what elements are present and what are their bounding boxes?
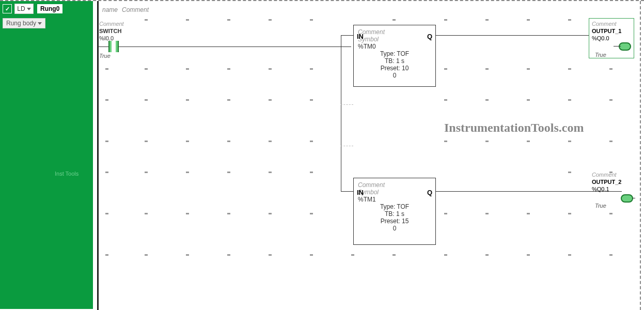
coil2-address: %Q0.1 (592, 186, 609, 192)
wire (436, 35, 615, 36)
sidebar: ✓ LD Rung0 Rung body Inst Tools (0, 1, 93, 309)
coil2-name: OUTPUT_2 (592, 179, 621, 185)
coil-output2[interactable] (621, 194, 633, 203)
timer-preset: Preset: 15 (358, 218, 431, 225)
wire (614, 46, 621, 47)
timer-in-label: IN (357, 189, 364, 196)
column-header-name: name (102, 6, 118, 13)
caret-down-icon (38, 22, 42, 25)
left-power-rail (97, 1, 99, 310)
coil1-address: %Q0.0 (592, 35, 609, 41)
contact-address: %I0.0 (99, 35, 114, 41)
coil2-state: True (595, 203, 606, 209)
contact-state: True (99, 53, 111, 59)
right-dashed-edge (640, 1, 641, 310)
rung-body-dropdown[interactable]: Rung body (3, 18, 45, 28)
timer-in-label: IN (357, 33, 364, 40)
wire-dashed (341, 146, 353, 146)
timer-comment: Comment (358, 28, 431, 36)
language-dropdown[interactable]: LD (14, 4, 33, 14)
wire (341, 35, 353, 36)
timer-q-label: Q (427, 33, 432, 40)
contact-comment: Comment (99, 21, 124, 27)
wire (341, 191, 353, 192)
wire (341, 47, 341, 191)
wire (341, 35, 341, 47)
contact-name: SWITCH (99, 28, 121, 34)
coil-output1[interactable] (619, 42, 631, 51)
timer-q-label: Q (427, 189, 432, 196)
coil1-state: True (595, 52, 606, 58)
timer-comment: Comment (358, 181, 431, 189)
column-header-comment: Comment (122, 6, 149, 13)
timer-value: 0 (358, 72, 431, 79)
contact-switch[interactable] (108, 41, 119, 52)
timer-type: Type: TOF (358, 50, 431, 57)
timer-tb: TB: 1 s (358, 57, 431, 65)
timer-block-tm0[interactable]: IN Q Comment Symbol %TM0 Type: TOF TB: 1… (353, 25, 436, 87)
coil1-comment: Comment (592, 21, 617, 27)
coil2-comment: Comment (592, 172, 617, 178)
rung-title: Rung0 (37, 4, 62, 13)
timer-address: %TM1 (358, 196, 431, 203)
watermark-text: InstrumentationTools.com (444, 121, 584, 135)
timer-preset: Preset: 10 (358, 65, 431, 72)
caret-down-icon (27, 8, 31, 10)
rung-body-label: Rung body (6, 20, 36, 27)
timer-block-tm1[interactable]: IN Q Comment Symbol %TM1 Type: TOF TB: 1… (353, 178, 436, 245)
timer-tb: TB: 1 s (358, 210, 431, 218)
ladder-canvas[interactable]: name Comment Comment SWITCH %I0.0 True I… (93, 1, 644, 310)
timer-symbol: Symbol (358, 189, 431, 196)
wire (98, 47, 108, 47)
sidebar-watermark: Inst Tools (55, 171, 78, 177)
timer-type: Type: TOF (358, 203, 431, 210)
wire (632, 198, 635, 198)
coil1-name: OUTPUT_1 (592, 28, 621, 34)
validate-check-icon[interactable]: ✓ (3, 4, 12, 13)
wire (119, 47, 351, 47)
timer-address: %TM0 (358, 43, 431, 50)
wire-dashed (341, 104, 353, 105)
timer-value: 0 (358, 225, 431, 232)
language-label: LD (17, 5, 25, 12)
timer-symbol: Symbol (358, 36, 431, 43)
